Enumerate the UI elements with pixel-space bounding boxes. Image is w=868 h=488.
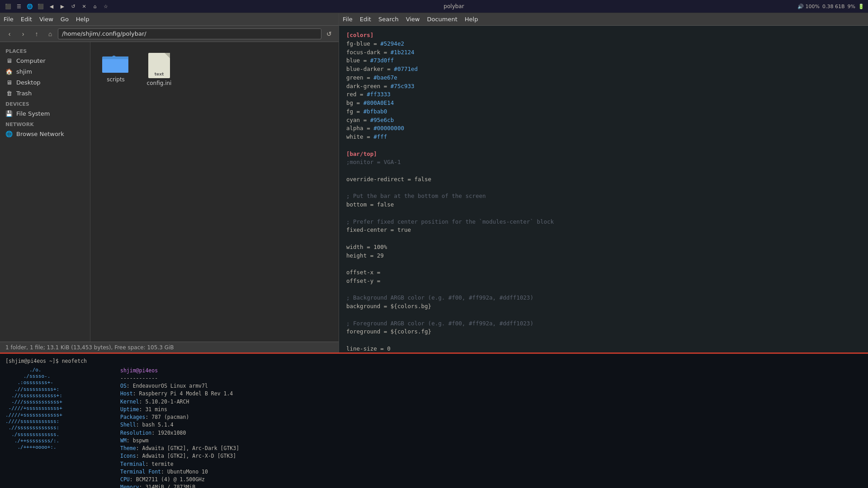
fm-menubar: File Edit View Go Help (0, 13, 339, 26)
network-label: Network (0, 119, 90, 128)
browser-icon[interactable]: 🌐 (25, 2, 34, 11)
filesystem-icon: 💾 (5, 110, 13, 117)
editor-blank-line (346, 141, 861, 150)
editor-menu-help[interactable]: Help (465, 16, 478, 23)
editor-line: ; Prefer fixed center position for the `… (346, 218, 861, 226)
sidebar-item-trash[interactable]: 🗑 Trash (0, 88, 90, 99)
neofetch-shell: Shell: bash 5.1.4 (120, 421, 239, 429)
editor-line: foreground = ${colors.fg} (346, 328, 861, 336)
editor-line: bg = #800A0E14 (346, 99, 861, 108)
neofetch-icons: Icons: Adwaita [GTK2], Arc-X-D [GTK3] (120, 452, 239, 460)
menu-icon[interactable]: ☰ (14, 2, 24, 11)
terminal-content[interactable]: [shjim@pi4eos ~]$ neofetch ./o. ./sssso-… (0, 354, 868, 488)
svg-rect-2 (102, 59, 128, 73)
sidebar-item-shjim[interactable]: 🏠 shjim (0, 66, 90, 77)
editor-line: override-redirect = false (346, 175, 861, 184)
sidebar-item-browse-network-label: Browse Network (16, 131, 64, 137)
file-item-scripts[interactable]: scripts (98, 49, 134, 90)
editor-line: cyan = #95e6cb (346, 116, 861, 125)
fm-files: scripts text config.ini (90, 42, 339, 342)
editor-line: fg = #bfbab0 (346, 108, 861, 116)
battery-info: 🔋 (858, 4, 864, 9)
address-bar[interactable]: /home/shjim/.config/polybar/ (58, 28, 321, 39)
editor-menu-edit[interactable]: Edit (360, 16, 371, 23)
neofetch-username: shjim@pi4eos (120, 367, 158, 374)
trash-icon: 🗑 (5, 89, 13, 97)
editor-menu-document[interactable]: Document (427, 16, 457, 23)
editor-line: focus-dark = #1b2124 (346, 48, 861, 57)
text-editor: File Edit Search View Document Help [col… (339, 13, 868, 352)
home-folder-button[interactable]: ⌂ (44, 28, 56, 40)
editor-content-area[interactable]: [colors] fg-blue = #5294e2 focus-dark = … (339, 26, 868, 352)
forward-button[interactable]: › (17, 28, 29, 40)
neofetch-os: OS: EndeavourOS Linux armv7l (120, 382, 239, 390)
fm-menu-view[interactable]: View (39, 16, 53, 23)
editor-menu-view[interactable]: View (406, 16, 420, 23)
folder-icon-scripts (102, 53, 129, 75)
sidebar-item-computer-label: Computer (16, 57, 46, 64)
neofetch-theme: Theme: Adwaita [GTK2], Arc-Dark [GTK3] (120, 445, 239, 452)
editor-line: offset-y = (346, 277, 861, 286)
file-manager: File Edit View Go Help ‹ › ↑ ⌂ /home/shj… (0, 13, 339, 352)
editor-line: green = #bae67e (346, 74, 861, 82)
fm-sidebar: Places 🖥 Computer 🏠 shjim 🖥 Desktop 🗑 Tr… (0, 42, 90, 342)
back-button[interactable]: ‹ (4, 28, 15, 40)
polybar: ⬛ ☰ 🌐 ⬛ ◀ ▶ ↺ ✕ ⌂ ☆ polybar 🔊 100% 0.38 … (0, 0, 868, 13)
terminal-icon[interactable]: ⬛ (36, 2, 45, 11)
sidebar-item-browse-network[interactable]: 🌐 Browse Network (0, 128, 90, 139)
terminal-command: neofetch (62, 358, 87, 364)
editor-line: [colors] (346, 31, 861, 40)
forward-icon[interactable]: ▶ (58, 2, 67, 11)
neofetch-host: Host: Raspberry Pi 4 Model B Rev 1.4 (120, 390, 239, 398)
editor-line: background = ${colors.bg} (346, 302, 861, 311)
editor-line: ; Put the bar at the bottom of the scree… (346, 192, 861, 201)
sidebar-item-filesystem[interactable]: 💾 File System (0, 108, 90, 119)
home-icon[interactable]: ⌂ (90, 2, 99, 11)
fm-menu-file[interactable]: File (4, 16, 14, 23)
sidebar-item-filesystem-label: File System (16, 110, 50, 117)
editor-blank-line (346, 311, 861, 319)
editor-menubar: File Edit Search View Document Help (339, 13, 868, 26)
cpu-info: 9% (848, 4, 855, 9)
file-item-config[interactable]: text config.ini (141, 49, 177, 90)
stop-icon[interactable]: ✕ (80, 2, 89, 11)
file-type-label: text (155, 72, 164, 76)
back-icon[interactable]: ◀ (47, 2, 56, 11)
editor-line: white = #fff (346, 133, 861, 141)
editor-line: ; Foreground ARGB color (e.g. #f00, #ff9… (346, 319, 861, 328)
up-button[interactable]: ↑ (31, 28, 42, 40)
editor-line: fg-blue = #5294e2 (346, 40, 861, 48)
editor-line: [bar/top] (346, 150, 861, 159)
editor-line: blue = #73d0ff (346, 56, 861, 65)
load-info: 0.38 61B (822, 4, 845, 9)
editor-blank-line (346, 184, 861, 192)
bookmark-icon[interactable]: ☆ (101, 2, 110, 11)
neofetch-cpu: CPU: BCM2711 (4) @ 1.500GHz (120, 476, 239, 483)
editor-menu-file[interactable]: File (343, 16, 353, 23)
fm-menu-go[interactable]: Go (61, 16, 69, 23)
fm-menu-help[interactable]: Help (76, 16, 90, 23)
reload-icon[interactable]: ↺ (69, 2, 78, 11)
home-folder-icon: 🏠 (5, 68, 13, 75)
editor-blank-line (346, 167, 861, 175)
editor-line: bottom = false (346, 201, 861, 209)
neofetch-separator: ------------ (120, 375, 239, 382)
places-label: Places (0, 46, 90, 55)
workspaces-icon[interactable]: ⬛ (4, 2, 13, 11)
editor-line: ; Background ARGB color (e.g. #f00, #ff9… (346, 294, 861, 302)
editor-line: offset-x = (346, 268, 861, 277)
neofetch-terminal-font: Terminal Font: UbuntuMono 10 (120, 468, 239, 476)
sidebar-item-computer[interactable]: 🖥 Computer (0, 55, 90, 66)
refresh-button[interactable]: ↺ (323, 28, 335, 40)
status-text: 1 folder, 1 file; 13.1 KiB (13,453 bytes… (5, 344, 174, 351)
fm-menu-edit[interactable]: Edit (21, 16, 32, 23)
polybar-title: polybar (443, 3, 464, 9)
neofetch-packages: Packages: 787 (pacman) (120, 413, 239, 421)
fm-statusbar: 1 folder, 1 file; 13.1 KiB (13,453 bytes… (0, 342, 339, 352)
editor-menu-search[interactable]: Search (378, 16, 399, 23)
main-area: File Edit View Go Help ‹ › ↑ ⌂ /home/shj… (0, 13, 868, 352)
editor-line: line-size = 0 (346, 345, 861, 352)
editor-blank-line (346, 235, 861, 243)
sidebar-item-desktop[interactable]: 🖥 Desktop (0, 77, 90, 88)
neofetch-layout: ./o. ./sssso-. .:osssssss+- .//sssssssss… (5, 367, 863, 488)
